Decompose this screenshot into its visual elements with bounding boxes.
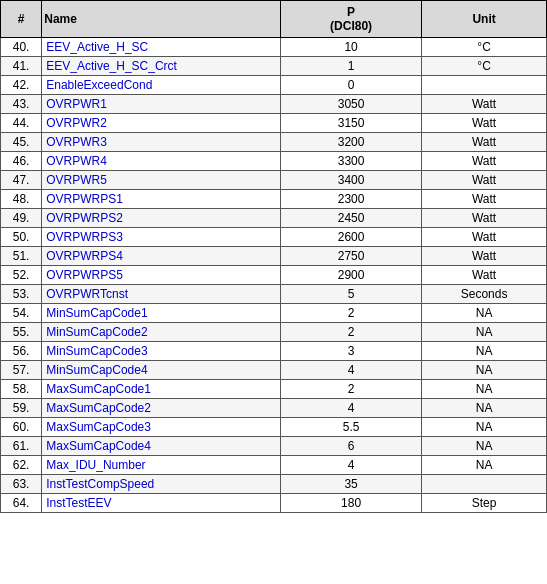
cell-p: 3400 <box>281 171 422 190</box>
table-row: 57.MinSumCapCode44NA <box>1 361 547 380</box>
table-row: 55.MinSumCapCode22NA <box>1 323 547 342</box>
cell-num: 57. <box>1 361 42 380</box>
cell-p: 6 <box>281 437 422 456</box>
cell-unit: Step <box>422 494 547 513</box>
cell-unit: °C <box>422 38 547 57</box>
table-row: 61.MaxSumCapCode46NA <box>1 437 547 456</box>
cell-num: 61. <box>1 437 42 456</box>
cell-unit: NA <box>422 399 547 418</box>
table-row: 46.OVRPWR43300Watt <box>1 152 547 171</box>
table-row: 56.MinSumCapCode33NA <box>1 342 547 361</box>
cell-name: OVRPWR4 <box>42 152 281 171</box>
cell-name: InstTestEEV <box>42 494 281 513</box>
table-row: 62.Max_IDU_Number4NA <box>1 456 547 475</box>
cell-unit: NA <box>422 323 547 342</box>
cell-name: EnableExceedCond <box>42 76 281 95</box>
cell-p: 5 <box>281 285 422 304</box>
cell-p: 5.5 <box>281 418 422 437</box>
cell-p: 3050 <box>281 95 422 114</box>
table-row: 40.EEV_Active_H_SC10°C <box>1 38 547 57</box>
cell-name: OVRPWRPS1 <box>42 190 281 209</box>
header-unit: Unit <box>422 1 547 38</box>
cell-p: 3 <box>281 342 422 361</box>
header-num: # <box>1 1 42 38</box>
cell-p: 4 <box>281 399 422 418</box>
cell-unit: °C <box>422 57 547 76</box>
cell-name: OVRPWR3 <box>42 133 281 152</box>
cell-unit: Watt <box>422 95 547 114</box>
table-row: 41.EEV_Active_H_SC_Crct1°C <box>1 57 547 76</box>
table-row: 58.MaxSumCapCode12NA <box>1 380 547 399</box>
cell-unit: NA <box>422 456 547 475</box>
header-p: P(DCI80) <box>281 1 422 38</box>
cell-p: 35 <box>281 475 422 494</box>
cell-num: 48. <box>1 190 42 209</box>
cell-name: MinSumCapCode1 <box>42 304 281 323</box>
cell-num: 42. <box>1 76 42 95</box>
cell-num: 63. <box>1 475 42 494</box>
cell-unit: NA <box>422 361 547 380</box>
cell-num: 64. <box>1 494 42 513</box>
table-row: 47.OVRPWR53400Watt <box>1 171 547 190</box>
cell-num: 49. <box>1 209 42 228</box>
cell-unit: NA <box>422 342 547 361</box>
cell-unit: Watt <box>422 247 547 266</box>
cell-num: 43. <box>1 95 42 114</box>
cell-name: OVRPWRPS5 <box>42 266 281 285</box>
cell-name: OVRPWRPS4 <box>42 247 281 266</box>
table-row: 52.OVRPWRPS52900Watt <box>1 266 547 285</box>
cell-unit: Watt <box>422 133 547 152</box>
cell-name: MaxSumCapCode3 <box>42 418 281 437</box>
cell-p: 2 <box>281 304 422 323</box>
table-row: 50.OVRPWRPS32600Watt <box>1 228 547 247</box>
table-row: 43.OVRPWR13050Watt <box>1 95 547 114</box>
cell-unit: Seconds <box>422 285 547 304</box>
cell-unit: Watt <box>422 228 547 247</box>
cell-num: 62. <box>1 456 42 475</box>
cell-name: OVRPWRPS2 <box>42 209 281 228</box>
cell-num: 58. <box>1 380 42 399</box>
cell-unit: NA <box>422 380 547 399</box>
table-row: 63.InstTestCompSpeed35 <box>1 475 547 494</box>
cell-unit <box>422 475 547 494</box>
cell-num: 59. <box>1 399 42 418</box>
table-row: 51.OVRPWRPS42750Watt <box>1 247 547 266</box>
cell-name: MaxSumCapCode4 <box>42 437 281 456</box>
cell-p: 4 <box>281 456 422 475</box>
cell-unit: NA <box>422 304 547 323</box>
table-row: 54.MinSumCapCode12NA <box>1 304 547 323</box>
cell-num: 45. <box>1 133 42 152</box>
cell-num: 41. <box>1 57 42 76</box>
table-row: 44.OVRPWR23150Watt <box>1 114 547 133</box>
cell-p: 1 <box>281 57 422 76</box>
cell-num: 50. <box>1 228 42 247</box>
header-name: Name <box>42 1 281 38</box>
cell-num: 55. <box>1 323 42 342</box>
cell-p: 2300 <box>281 190 422 209</box>
cell-unit: Watt <box>422 266 547 285</box>
cell-num: 53. <box>1 285 42 304</box>
cell-name: OVRPWR1 <box>42 95 281 114</box>
cell-num: 60. <box>1 418 42 437</box>
table-row: 59.MaxSumCapCode24NA <box>1 399 547 418</box>
cell-p: 3300 <box>281 152 422 171</box>
cell-p: 2450 <box>281 209 422 228</box>
cell-p: 2900 <box>281 266 422 285</box>
cell-name: MaxSumCapCode1 <box>42 380 281 399</box>
cell-unit: Watt <box>422 114 547 133</box>
cell-p: 3200 <box>281 133 422 152</box>
cell-name: MinSumCapCode3 <box>42 342 281 361</box>
table-row: 45.OVRPWR33200Watt <box>1 133 547 152</box>
cell-p: 2750 <box>281 247 422 266</box>
cell-num: 40. <box>1 38 42 57</box>
parameters-table: # Name P(DCI80) Unit 40.EEV_Active_H_SC1… <box>0 0 547 513</box>
cell-p: 2 <box>281 380 422 399</box>
cell-num: 54. <box>1 304 42 323</box>
table-row: 53.OVRPWRTcnst5Seconds <box>1 285 547 304</box>
cell-num: 46. <box>1 152 42 171</box>
cell-num: 52. <box>1 266 42 285</box>
cell-unit: Watt <box>422 152 547 171</box>
cell-p: 180 <box>281 494 422 513</box>
cell-p: 3150 <box>281 114 422 133</box>
cell-name: MinSumCapCode4 <box>42 361 281 380</box>
